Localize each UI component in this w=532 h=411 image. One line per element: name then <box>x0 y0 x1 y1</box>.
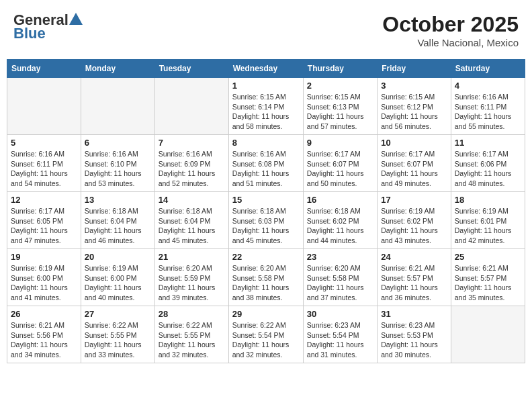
day-info: Sunrise: 6:22 AM Sunset: 5:54 PM Dayligh… <box>232 320 300 360</box>
calendar-cell: 27Sunrise: 6:22 AM Sunset: 5:55 PM Dayli… <box>81 306 154 363</box>
calendar-cell <box>154 78 228 135</box>
calendar-header-saturday: Saturday <box>451 60 525 78</box>
day-info: Sunrise: 6:15 AM Sunset: 6:13 PM Dayligh… <box>307 92 373 132</box>
week-row-4: 19Sunrise: 6:19 AM Sunset: 6:00 PM Dayli… <box>7 249 525 306</box>
week-row-2: 5Sunrise: 6:16 AM Sunset: 6:11 PM Daylig… <box>7 135 525 192</box>
day-number: 15 <box>232 195 300 205</box>
day-info: Sunrise: 6:21 AM Sunset: 5:57 PM Dayligh… <box>455 263 521 303</box>
day-number: 27 <box>85 309 151 319</box>
calendar-cell: 5Sunrise: 6:16 AM Sunset: 6:11 PM Daylig… <box>7 135 81 192</box>
calendar-cell: 8Sunrise: 6:16 AM Sunset: 6:08 PM Daylig… <box>228 135 303 192</box>
calendar-cell: 17Sunrise: 6:19 AM Sunset: 6:02 PM Dayli… <box>378 192 451 249</box>
day-number: 29 <box>232 309 300 319</box>
calendar-cell <box>7 78 81 135</box>
week-row-1: 1Sunrise: 6:15 AM Sunset: 6:14 PM Daylig… <box>7 78 525 135</box>
day-number: 9 <box>307 138 373 148</box>
calendar-cell: 29Sunrise: 6:22 AM Sunset: 5:54 PM Dayli… <box>228 306 303 363</box>
day-info: Sunrise: 6:19 AM Sunset: 6:00 PM Dayligh… <box>85 263 151 303</box>
calendar-cell: 4Sunrise: 6:16 AM Sunset: 6:11 PM Daylig… <box>451 78 525 135</box>
day-number: 13 <box>85 195 151 205</box>
day-info: Sunrise: 6:22 AM Sunset: 5:55 PM Dayligh… <box>85 320 151 360</box>
day-info: Sunrise: 6:17 AM Sunset: 6:07 PM Dayligh… <box>381 149 447 189</box>
day-info: Sunrise: 6:16 AM Sunset: 6:11 PM Dayligh… <box>455 92 521 132</box>
calendar-header-monday: Monday <box>81 60 154 78</box>
calendar-header-row: SundayMondayTuesdayWednesdayThursdayFrid… <box>7 60 525 78</box>
month-title: October 2025 <box>382 12 519 37</box>
day-number: 11 <box>455 138 521 148</box>
day-number: 14 <box>159 195 225 205</box>
svg-marker-0 <box>69 13 83 25</box>
day-info: Sunrise: 6:18 AM Sunset: 6:03 PM Dayligh… <box>232 206 300 246</box>
day-info: Sunrise: 6:15 AM Sunset: 6:14 PM Dayligh… <box>232 92 300 132</box>
location: Valle Nacional, Mexico <box>382 37 519 48</box>
calendar-cell <box>81 78 154 135</box>
day-number: 4 <box>455 81 521 91</box>
day-info: Sunrise: 6:16 AM Sunset: 6:09 PM Dayligh… <box>159 149 225 189</box>
day-number: 30 <box>307 309 373 319</box>
day-number: 1 <box>232 81 300 91</box>
calendar-cell: 23Sunrise: 6:20 AM Sunset: 5:58 PM Dayli… <box>303 249 377 306</box>
calendar-cell: 16Sunrise: 6:18 AM Sunset: 6:02 PM Dayli… <box>303 192 377 249</box>
day-number: 23 <box>307 252 373 262</box>
day-info: Sunrise: 6:16 AM Sunset: 6:11 PM Dayligh… <box>11 149 77 189</box>
calendar-header-friday: Friday <box>378 60 451 78</box>
calendar-cell: 20Sunrise: 6:19 AM Sunset: 6:00 PM Dayli… <box>81 249 154 306</box>
calendar-cell: 25Sunrise: 6:21 AM Sunset: 5:57 PM Dayli… <box>451 249 525 306</box>
calendar-cell: 12Sunrise: 6:17 AM Sunset: 6:05 PM Dayli… <box>7 192 81 249</box>
day-info: Sunrise: 6:19 AM Sunset: 6:00 PM Dayligh… <box>11 263 77 303</box>
calendar-cell: 15Sunrise: 6:18 AM Sunset: 6:03 PM Dayli… <box>228 192 303 249</box>
calendar-cell: 21Sunrise: 6:20 AM Sunset: 5:59 PM Dayli… <box>154 249 228 306</box>
logo: General Blue <box>13 12 83 42</box>
logo-icon <box>69 12 83 24</box>
calendar-header-tuesday: Tuesday <box>154 60 228 78</box>
day-number: 2 <box>307 81 373 91</box>
day-info: Sunrise: 6:17 AM Sunset: 6:06 PM Dayligh… <box>455 149 521 189</box>
day-info: Sunrise: 6:18 AM Sunset: 6:04 PM Dayligh… <box>85 206 151 246</box>
day-info: Sunrise: 6:17 AM Sunset: 6:05 PM Dayligh… <box>11 206 77 246</box>
day-info: Sunrise: 6:20 AM Sunset: 5:58 PM Dayligh… <box>232 263 300 303</box>
calendar-cell: 22Sunrise: 6:20 AM Sunset: 5:58 PM Dayli… <box>228 249 303 306</box>
day-info: Sunrise: 6:20 AM Sunset: 5:58 PM Dayligh… <box>307 263 373 303</box>
calendar-table: SundayMondayTuesdayWednesdayThursdayFrid… <box>7 59 525 363</box>
day-number: 22 <box>232 252 300 262</box>
calendar-header-thursday: Thursday <box>303 60 377 78</box>
page-header: General Blue October 2025 Valle Nacional… <box>7 7 525 54</box>
calendar-cell: 14Sunrise: 6:18 AM Sunset: 6:04 PM Dayli… <box>154 192 228 249</box>
day-number: 8 <box>232 138 300 148</box>
day-info: Sunrise: 6:19 AM Sunset: 6:02 PM Dayligh… <box>381 206 447 246</box>
calendar-cell: 26Sunrise: 6:21 AM Sunset: 5:56 PM Dayli… <box>7 306 81 363</box>
day-number: 7 <box>159 138 225 148</box>
calendar-header-wednesday: Wednesday <box>228 60 303 78</box>
day-info: Sunrise: 6:23 AM Sunset: 5:54 PM Dayligh… <box>307 320 373 360</box>
day-number: 20 <box>85 252 151 262</box>
day-number: 19 <box>11 252 77 262</box>
calendar-cell: 30Sunrise: 6:23 AM Sunset: 5:54 PM Dayli… <box>303 306 377 363</box>
day-info: Sunrise: 6:18 AM Sunset: 6:04 PM Dayligh… <box>159 206 225 246</box>
calendar-cell: 1Sunrise: 6:15 AM Sunset: 6:14 PM Daylig… <box>228 78 303 135</box>
day-number: 5 <box>11 138 77 148</box>
logo-blue-text: Blue <box>13 25 46 42</box>
day-number: 10 <box>381 138 447 148</box>
day-number: 25 <box>455 252 521 262</box>
day-info: Sunrise: 6:19 AM Sunset: 6:01 PM Dayligh… <box>455 206 521 246</box>
day-info: Sunrise: 6:18 AM Sunset: 6:02 PM Dayligh… <box>307 206 373 246</box>
day-number: 26 <box>11 309 77 319</box>
calendar-cell: 31Sunrise: 6:23 AM Sunset: 5:53 PM Dayli… <box>378 306 451 363</box>
day-number: 24 <box>381 252 447 262</box>
calendar-cell: 7Sunrise: 6:16 AM Sunset: 6:09 PM Daylig… <box>154 135 228 192</box>
day-number: 3 <box>381 81 447 91</box>
calendar-cell: 19Sunrise: 6:19 AM Sunset: 6:00 PM Dayli… <box>7 249 81 306</box>
calendar-cell: 13Sunrise: 6:18 AM Sunset: 6:04 PM Dayli… <box>81 192 154 249</box>
day-info: Sunrise: 6:15 AM Sunset: 6:12 PM Dayligh… <box>381 92 447 132</box>
calendar-cell: 24Sunrise: 6:21 AM Sunset: 5:57 PM Dayli… <box>378 249 451 306</box>
calendar-cell: 10Sunrise: 6:17 AM Sunset: 6:07 PM Dayli… <box>378 135 451 192</box>
calendar-header-sunday: Sunday <box>7 60 81 78</box>
day-number: 16 <box>307 195 373 205</box>
day-info: Sunrise: 6:23 AM Sunset: 5:53 PM Dayligh… <box>381 320 447 360</box>
day-number: 12 <box>11 195 77 205</box>
day-info: Sunrise: 6:16 AM Sunset: 6:10 PM Dayligh… <box>85 149 151 189</box>
day-number: 17 <box>381 195 447 205</box>
day-info: Sunrise: 6:20 AM Sunset: 5:59 PM Dayligh… <box>159 263 225 303</box>
calendar-cell: 11Sunrise: 6:17 AM Sunset: 6:06 PM Dayli… <box>451 135 525 192</box>
day-info: Sunrise: 6:21 AM Sunset: 5:56 PM Dayligh… <box>11 320 77 360</box>
